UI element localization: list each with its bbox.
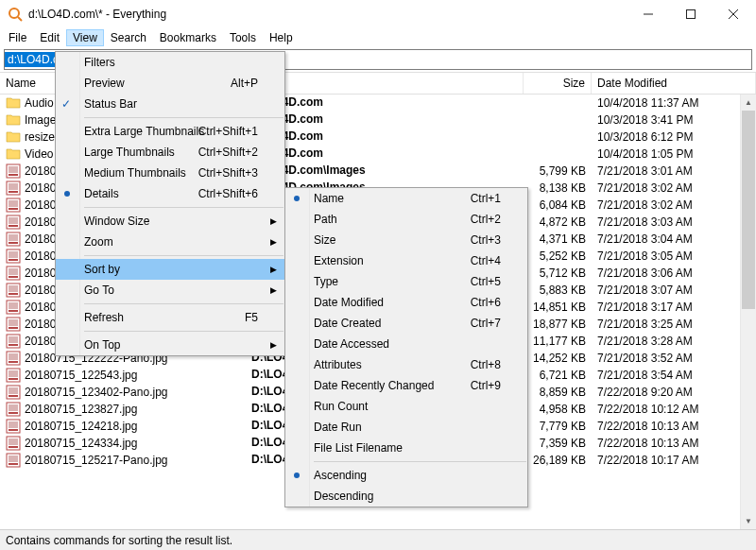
svg-rect-3: [686, 9, 695, 18]
statusbar: Contains commands for sorting the result…: [0, 529, 756, 550]
menu-bookmarks[interactable]: Bookmarks: [153, 29, 223, 46]
menuitem-preview[interactable]: PreviewAlt+P: [56, 73, 284, 94]
svg-rect-40: [9, 353, 18, 360]
svg-rect-56: [9, 446, 18, 448]
scroll-up-icon[interactable]: ▲: [741, 95, 756, 111]
file-size: 18,877 KB: [524, 318, 592, 331]
folder-icon: [6, 112, 21, 128]
menubar: File Edit View Search Bookmarks Tools He…: [0, 28, 756, 47]
chevron-right-icon: ▶: [270, 285, 277, 295]
menuitem-go-to[interactable]: Go To▶: [56, 280, 284, 301]
image-icon: [6, 198, 21, 213]
sortitem-size[interactable]: SizeCtrl+3: [285, 230, 527, 250]
menu-file[interactable]: File: [2, 29, 33, 46]
file-date: 7/21/2018 3:52 AM: [592, 352, 756, 365]
sortitem-extension[interactable]: ExtensionCtrl+4: [285, 250, 527, 271]
file-date: 7/22/2018 10:13 AM: [592, 420, 756, 433]
column-path[interactable]: Path: [246, 73, 524, 94]
image-icon: [6, 283, 21, 298]
menu-search[interactable]: Search: [104, 29, 153, 46]
column-size[interactable]: Size: [524, 73, 592, 94]
sortitem-path[interactable]: PathCtrl+2: [285, 209, 527, 230]
menuitem-sort-by[interactable]: Sort by▶: [56, 259, 284, 280]
sortitem-name[interactable]: NameCtrl+1: [285, 188, 527, 209]
sortitem-date-run[interactable]: Date Run: [285, 417, 527, 438]
folder-icon: [6, 95, 21, 111]
svg-rect-11: [9, 191, 18, 193]
menuitem-refresh[interactable]: RefreshF5: [56, 307, 284, 328]
file-size: 7,779 KB: [524, 420, 592, 433]
scroll-down-icon[interactable]: ▼: [741, 513, 756, 529]
menuitem-window-size[interactable]: Window Size▶: [56, 211, 284, 232]
svg-rect-29: [9, 293, 18, 295]
menuitem-lg-thumbs[interactable]: Large ThumbnailsCtrl+Shift+2: [56, 142, 284, 163]
svg-rect-41: [9, 361, 18, 363]
file-name: Audio: [25, 96, 54, 110]
file-date: 7/21/2018 3:06 AM: [592, 266, 756, 280]
svg-rect-53: [9, 429, 18, 431]
svg-point-0: [9, 9, 19, 18]
file-size: 6,084 KB: [524, 198, 592, 212]
sortitem-descending[interactable]: Descending: [285, 486, 527, 507]
file-date: 7/21/2018 3:03 AM: [592, 215, 756, 229]
svg-rect-31: [9, 302, 18, 309]
sortitem-attributes[interactable]: AttributesCtrl+8: [285, 354, 527, 375]
image-icon: [6, 385, 21, 400]
svg-rect-22: [9, 251, 18, 258]
file-size: 14,851 KB: [524, 301, 592, 314]
svg-rect-7: [9, 166, 18, 173]
chevron-right-icon: ▶: [270, 340, 277, 350]
menuitem-on-top[interactable]: On Top▶: [56, 335, 284, 355]
sortitem-type[interactable]: TypeCtrl+5: [285, 271, 527, 292]
file-size: 7,359 KB: [524, 437, 592, 450]
folder-icon: [6, 146, 21, 162]
sortitem-ascending[interactable]: Ascending: [285, 465, 527, 486]
svg-rect-19: [9, 234, 18, 241]
menu-help[interactable]: Help: [263, 29, 300, 46]
file-date: 7/21/2018 3:04 AM: [592, 232, 756, 246]
menu-view[interactable]: View: [66, 29, 104, 46]
vertical-scrollbar[interactable]: ▲ ▼: [740, 95, 756, 529]
sortitem-date-created[interactable]: Date CreatedCtrl+7: [285, 313, 527, 334]
file-size: 4,371 KB: [524, 232, 592, 246]
svg-rect-38: [9, 344, 18, 346]
maximize-button[interactable]: [669, 1, 712, 27]
svg-rect-35: [9, 327, 18, 329]
svg-rect-59: [9, 463, 18, 465]
image-icon: [6, 368, 21, 383]
image-icon: [6, 232, 21, 247]
menuitem-xl-thumbs[interactable]: Extra Large ThumbnailsCtrl+Shift+1: [56, 121, 284, 142]
svg-rect-50: [9, 412, 18, 414]
svg-rect-16: [9, 217, 18, 224]
column-date[interactable]: Date Modified: [592, 73, 756, 94]
file-date: 7/21/2018 3:02 AM: [592, 198, 756, 212]
close-button[interactable]: [712, 1, 754, 27]
svg-rect-34: [9, 319, 18, 326]
file-date: 7/21/2018 3:02 AM: [592, 181, 756, 195]
sortitem-date-recently-changed[interactable]: Date Recently ChangedCtrl+9: [285, 375, 527, 396]
menuitem-details[interactable]: DetailsCtrl+Shift+6: [56, 183, 284, 204]
menuitem-statusbar[interactable]: ✓Status Bar: [56, 94, 284, 114]
menu-tools[interactable]: Tools: [223, 29, 263, 46]
file-date: 7/22/2018 9:20 AM: [592, 386, 756, 399]
menuitem-md-thumbs[interactable]: Medium ThumbnailsCtrl+Shift+3: [56, 163, 284, 183]
sortitem-date-accessed[interactable]: Date Accessed: [285, 334, 527, 354]
radio-icon: [294, 473, 300, 478]
file-size: 5,883 KB: [524, 284, 592, 297]
folder-icon: [6, 129, 21, 145]
file-date: 7/21/2018 3:17 AM: [592, 301, 756, 314]
file-name: 20180715_122543.jpg: [25, 369, 137, 382]
minimize-button[interactable]: [627, 1, 669, 27]
scroll-thumb[interactable]: [742, 111, 755, 309]
svg-rect-13: [9, 200, 18, 207]
sortitem-run-count[interactable]: Run Count: [285, 396, 527, 417]
sortitem-file-list-filename[interactable]: File List Filename: [285, 438, 527, 458]
svg-rect-25: [9, 268, 18, 275]
file-date: 7/22/2018 10:17 AM: [592, 454, 756, 467]
file-size: 8,859 KB: [524, 386, 592, 399]
sortitem-date-modified[interactable]: Date ModifiedCtrl+6: [285, 292, 527, 313]
menuitem-zoom[interactable]: Zoom▶: [56, 232, 284, 252]
file-date: 10/3/2018 3:41 PM: [592, 113, 756, 127]
menuitem-filters[interactable]: Filters: [56, 52, 284, 73]
menu-edit[interactable]: Edit: [33, 29, 66, 46]
